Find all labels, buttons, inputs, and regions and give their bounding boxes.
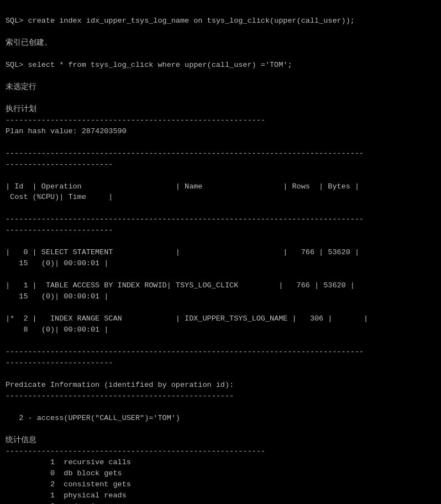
line-20: ------------------------: [6, 226, 113, 234]
line-14: ------------------------: [6, 160, 113, 169]
line-44: 1 physical reads: [6, 491, 127, 500]
line-40: ----------------------------------------…: [6, 447, 265, 455]
line-26: 15 (0)| 00:00:01 |: [6, 292, 108, 301]
line-32: ------------------------: [6, 359, 113, 367]
terminal-output: SQL> create index idx_upper_tsys_log_nam…: [6, 4, 435, 504]
line-9: 执行计划: [6, 105, 36, 113]
line-25: | 1 | TABLE ACCESS BY INDEX ROWID| TSYS_…: [6, 281, 355, 290]
line-11: Plan hash value: 2874203590: [6, 127, 127, 135]
line-7: 未选定行: [6, 83, 36, 91]
line-28: |* 2 | INDEX RANGE SCAN | IDX_UPPER_TSYS…: [6, 314, 368, 323]
line-41: 1 recursive calls: [6, 458, 131, 466]
line-43: 2 consistent gets: [6, 480, 131, 489]
line-17: Cost (%CPU)| Time |: [6, 193, 113, 201]
line-45: 0 redo size: [6, 502, 104, 504]
line-1: SQL> create index idx_upper_tsys_log_nam…: [6, 17, 355, 25]
line-5: SQL> select * from tsys_log_click where …: [6, 61, 292, 69]
line-42: 0 db block gets: [6, 469, 122, 477]
line-34: Predicate Information (identified by ope…: [6, 381, 234, 389]
line-31: ----------------------------------------…: [6, 348, 364, 356]
line-39: 统计信息: [6, 436, 36, 444]
line-13: ----------------------------------------…: [6, 149, 364, 158]
line-16: | Id | Operation | Name | Rows | Bytes |: [6, 182, 359, 191]
line-19: ----------------------------------------…: [6, 215, 364, 223]
line-29: 8 (0)| 00:00:01 |: [6, 326, 108, 334]
line-23: 15 (0)| 00:00:01 |: [6, 259, 108, 267]
line-3: 索引已创建。: [6, 39, 52, 47]
line-37: 2 - access(UPPER("CALL_USER")='TOM'): [6, 414, 180, 422]
line-10: ----------------------------------------…: [6, 116, 265, 124]
line-35: ----------------------------------------…: [6, 392, 234, 400]
line-22: | 0 | SELECT STATEMENT | | 766 | 53620 |: [6, 248, 359, 256]
